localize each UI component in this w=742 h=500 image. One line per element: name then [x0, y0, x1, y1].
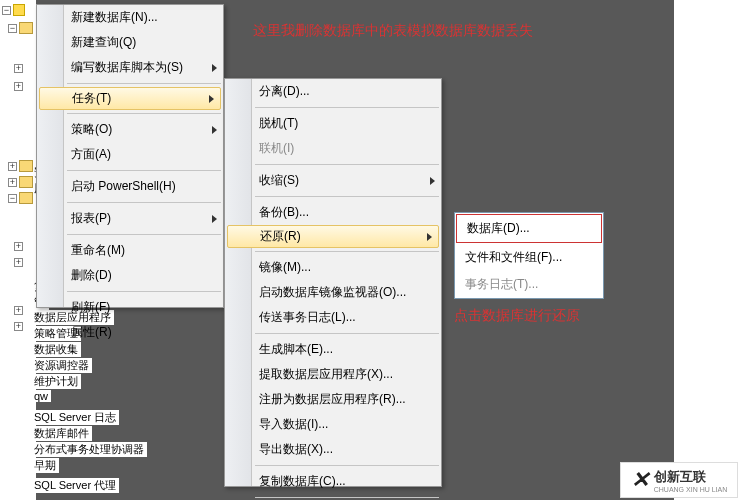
menu-rename[interactable]: 重命名(M): [37, 238, 223, 263]
context-menu-main: 新建数据库(N)... 新建查询(Q) 编写数据库脚本为(S) 任务(T) 策略…: [36, 4, 224, 308]
menu-import-data[interactable]: 导入数据(I)...: [225, 412, 441, 437]
tree-expand-icon[interactable]: +: [14, 64, 23, 73]
menu-label: 重命名(M): [71, 242, 125, 259]
menu-refresh[interactable]: 刷新(F): [37, 295, 223, 320]
folder-icon: [19, 176, 33, 188]
menu-backup[interactable]: 备份(B)...: [225, 200, 441, 225]
menu-separator: [67, 113, 221, 114]
context-menu-tasks: 分离(D)... 脱机(T) 联机(I) 收缩(S) 备份(B)... 还原(R…: [224, 78, 442, 487]
menu-label: 注册为数据层应用程序(R)...: [259, 391, 406, 408]
tree-expand-icon[interactable]: +: [8, 178, 17, 187]
logo-mark-icon: ✕: [631, 467, 649, 493]
menu-separator: [67, 234, 221, 235]
tree-expand-icon[interactable]: +: [14, 258, 23, 267]
tree-item[interactable]: SQL Server 日志: [34, 410, 119, 425]
object-explorer-tree[interactable]: − − + + + + − + + + +: [0, 0, 36, 500]
tree-item[interactable]: 维护计划: [34, 374, 81, 389]
menu-label: 传送事务日志(L)...: [259, 309, 356, 326]
menu-label: 删除(D): [71, 267, 112, 284]
menu-restore-transaction-log: 事务日志(T)...: [455, 271, 603, 298]
menu-restore-files-filegroups[interactable]: 文件和文件组(F)...: [455, 244, 603, 271]
menu-label: 导入数据(I)...: [259, 416, 328, 433]
menu-label: 任务(T): [72, 90, 111, 107]
folder-icon: [19, 192, 33, 204]
menu-separator: [67, 202, 221, 203]
tree-item[interactable]: 资源调控器: [34, 358, 92, 373]
submenu-arrow-icon: [212, 126, 217, 134]
menu-label: 新建数据库(N)...: [71, 9, 158, 26]
menu-mirror[interactable]: 镜像(M)...: [225, 255, 441, 280]
folder-icon: [19, 22, 33, 34]
menu-separator: [67, 83, 221, 84]
menu-separator: [255, 107, 439, 108]
tree-item[interactable]: SQL Server 代理: [34, 478, 119, 493]
menu-separator: [255, 497, 439, 498]
menu-copy-database[interactable]: 复制数据库(C)...: [225, 469, 441, 494]
logo-subtext: CHUANG XIN HU LIAN: [654, 486, 728, 493]
menu-restore-database[interactable]: 数据库(D)...: [456, 214, 602, 243]
tree-expand-icon[interactable]: +: [14, 242, 23, 251]
tree-expand-icon[interactable]: +: [14, 82, 23, 91]
tree-item[interactable]: 数据库邮件: [34, 426, 92, 441]
submenu-arrow-icon: [209, 95, 214, 103]
menu-new-query[interactable]: 新建查询(Q): [37, 30, 223, 55]
menu-separator: [255, 465, 439, 466]
submenu-arrow-icon: [430, 177, 435, 185]
tree-expand-icon[interactable]: +: [8, 162, 17, 171]
menu-policies[interactable]: 策略(O): [37, 117, 223, 142]
menu-properties[interactable]: 属性(R): [37, 320, 223, 345]
menu-delete[interactable]: 删除(D): [37, 263, 223, 288]
submenu-arrow-icon: [427, 233, 432, 241]
menu-label: 事务日志(T)...: [465, 277, 538, 291]
tree-expand-icon[interactable]: −: [8, 194, 17, 203]
tree-expand-icon[interactable]: −: [2, 6, 11, 15]
menu-label: 分离(D)...: [259, 83, 310, 100]
menu-bring-online: 联机(I): [225, 136, 441, 161]
menu-export-data[interactable]: 导出数据(X)...: [225, 437, 441, 462]
menu-label: 镜像(M)...: [259, 259, 311, 276]
menu-label: 还原(R): [260, 228, 301, 245]
menu-label: 备份(B)...: [259, 204, 309, 221]
menu-label: 复制数据库(C)...: [259, 473, 346, 490]
menu-script-database-as[interactable]: 编写数据库脚本为(S): [37, 55, 223, 80]
menu-label: 联机(I): [259, 140, 294, 157]
menu-label: 刷新(F): [71, 299, 110, 316]
menu-separator: [255, 251, 439, 252]
menu-extract-data-tier-app[interactable]: 提取数据层应用程序(X)...: [225, 362, 441, 387]
menu-separator: [255, 196, 439, 197]
menu-take-offline[interactable]: 脱机(T): [225, 111, 441, 136]
menu-new-database[interactable]: 新建数据库(N)...: [37, 5, 223, 30]
menu-detach[interactable]: 分离(D)...: [225, 79, 441, 104]
annotation-text-1: 这里我删除数据库中的表模拟数据库数据丢失: [253, 22, 533, 40]
menu-generate-scripts[interactable]: 生成脚本(E)...: [225, 337, 441, 362]
menu-register-data-tier-app[interactable]: 注册为数据层应用程序(R)...: [225, 387, 441, 412]
tree-item[interactable]: qw: [34, 390, 51, 402]
menu-tasks[interactable]: 任务(T): [39, 87, 221, 110]
menu-separator: [255, 333, 439, 334]
menu-label: 文件和文件组(F)...: [465, 250, 562, 264]
context-menu-restore: 数据库(D)... 文件和文件组(F)... 事务日志(T)...: [454, 212, 604, 299]
submenu-arrow-icon: [212, 64, 217, 72]
menu-ship-transaction-logs[interactable]: 传送事务日志(L)...: [225, 305, 441, 330]
menu-label: 生成脚本(E)...: [259, 341, 333, 358]
tree-item[interactable]: 早期: [34, 458, 59, 473]
tree-expand-icon[interactable]: +: [14, 306, 23, 315]
menu-reports[interactable]: 报表(P): [37, 206, 223, 231]
right-white-edge: [674, 0, 742, 500]
menu-label: 方面(A): [71, 146, 111, 163]
menu-restore[interactable]: 还原(R): [227, 225, 439, 248]
menu-launch-mirror-monitor[interactable]: 启动数据库镜像监视器(O)...: [225, 280, 441, 305]
submenu-arrow-icon: [212, 215, 217, 223]
tree-expand-icon[interactable]: +: [14, 322, 23, 331]
tree-expand-icon[interactable]: −: [8, 24, 17, 33]
menu-label: 属性(R): [71, 324, 112, 341]
menu-facets[interactable]: 方面(A): [37, 142, 223, 167]
annotation-text-2: 点击数据库进行还原: [454, 307, 580, 325]
tree-item[interactable]: 分布式事务处理协调器: [34, 442, 147, 457]
db-icon: [13, 4, 25, 16]
menu-start-powershell[interactable]: 启动 PowerShell(H): [37, 174, 223, 199]
menu-label: 导出数据(X)...: [259, 441, 333, 458]
menu-shrink[interactable]: 收缩(S): [225, 168, 441, 193]
menu-label: 启动数据库镜像监视器(O)...: [259, 284, 406, 301]
menu-label: 编写数据库脚本为(S): [71, 59, 183, 76]
